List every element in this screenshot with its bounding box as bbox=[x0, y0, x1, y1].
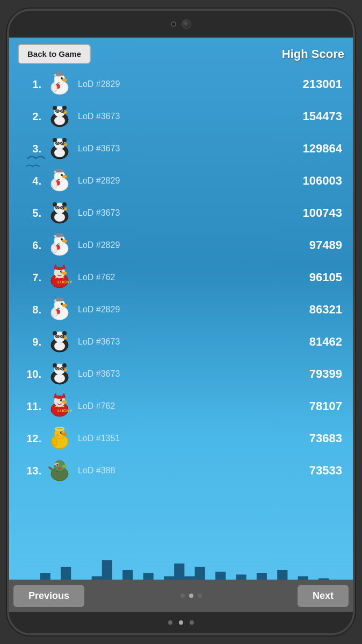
rank-label: 13. bbox=[20, 465, 41, 477]
page-indicators bbox=[180, 594, 202, 598]
page-dot-2 bbox=[189, 594, 193, 598]
svg-point-25 bbox=[62, 138, 67, 142]
score-value: 81462 bbox=[309, 335, 342, 349]
player-name: LoD #2829 bbox=[78, 79, 132, 89]
rank-label: 1. bbox=[20, 78, 41, 91]
duck-avatar bbox=[46, 135, 74, 163]
scores-list: 1. LoD #2829 213001 bbox=[9, 70, 353, 580]
rank-label: 6. bbox=[20, 239, 41, 252]
duck-avatar bbox=[46, 167, 74, 195]
score-value: 78107 bbox=[309, 399, 342, 413]
svg-point-96 bbox=[53, 363, 57, 368]
svg-point-76 bbox=[62, 303, 62, 304]
score-value: 154473 bbox=[303, 109, 342, 123]
back-to-game-button[interactable]: Back to Game bbox=[18, 44, 91, 64]
player-name: LoD #3673 bbox=[78, 337, 132, 347]
bottom-nav-bar: Previous Next bbox=[9, 580, 353, 612]
svg-point-24 bbox=[53, 138, 57, 142]
rank-label: 9. bbox=[20, 336, 41, 348]
notch-area bbox=[9, 11, 353, 38]
svg-point-69 bbox=[62, 272, 67, 275]
svg-point-129 bbox=[57, 465, 58, 466]
svg-point-119 bbox=[61, 432, 62, 433]
svg-point-84 bbox=[53, 331, 57, 335]
svg-point-91 bbox=[57, 336, 58, 337]
svg-rect-6 bbox=[56, 72, 63, 76]
rank-label: 4. bbox=[20, 175, 41, 187]
svg-rect-78 bbox=[56, 298, 63, 301]
page-title: High Score bbox=[282, 47, 344, 61]
svg-point-70 bbox=[60, 270, 62, 273]
svg-point-121 bbox=[56, 434, 59, 437]
svg-rect-60 bbox=[56, 233, 63, 237]
svg-point-43 bbox=[54, 213, 65, 222]
rank-label: 7. bbox=[20, 272, 41, 284]
svg-rect-39 bbox=[56, 169, 63, 172]
duck-avatar bbox=[46, 199, 74, 227]
svg-point-103 bbox=[57, 368, 58, 369]
player-name: LoD #2829 bbox=[78, 240, 132, 250]
svg-point-13 bbox=[62, 106, 67, 110]
rank-label: 12. bbox=[20, 433, 41, 445]
score-value: 79399 bbox=[309, 367, 342, 381]
page-dot-1 bbox=[180, 594, 185, 598]
svg-point-3 bbox=[61, 77, 63, 79]
previous-button[interactable]: Previous bbox=[13, 585, 84, 607]
svg-point-31 bbox=[57, 143, 58, 144]
svg-point-22 bbox=[54, 149, 65, 157]
duck-avatar: LUCKY bbox=[46, 392, 74, 420]
svg-point-20 bbox=[62, 111, 63, 112]
rank-label: 2. bbox=[20, 111, 41, 123]
player-name: LoD #3673 bbox=[78, 144, 132, 153]
svg-point-104 bbox=[62, 368, 63, 369]
rank-label: 11. bbox=[20, 400, 41, 413]
table-row: 11. LUCKY bbox=[20, 392, 342, 420]
table-row: 7. LUCKY bbox=[20, 264, 342, 291]
score-value: 213001 bbox=[303, 77, 342, 91]
svg-point-4 bbox=[62, 78, 62, 78]
speaker-icon bbox=[171, 21, 176, 27]
notch bbox=[133, 14, 229, 34]
score-value: 100743 bbox=[303, 206, 342, 220]
table-row: 9. LoD #3 bbox=[20, 328, 342, 356]
svg-point-113 bbox=[61, 400, 62, 400]
svg-point-36 bbox=[61, 174, 63, 176]
duck-avatar bbox=[46, 328, 74, 356]
svg-point-57 bbox=[61, 238, 63, 240]
duck-avatar bbox=[46, 296, 74, 324]
player-name: LoD #762 bbox=[78, 273, 132, 282]
svg-point-58 bbox=[62, 239, 62, 239]
table-row: 1. LoD #2829 213001 bbox=[20, 70, 342, 98]
svg-point-37 bbox=[62, 174, 62, 175]
score-value: 86321 bbox=[309, 303, 342, 317]
bottom-dot-1 bbox=[168, 620, 172, 625]
player-name: LoD #1351 bbox=[78, 434, 132, 443]
svg-point-46 bbox=[62, 202, 67, 207]
bottom-dot-3 bbox=[190, 620, 194, 625]
phone-bottom bbox=[9, 612, 353, 633]
rank-label: 8. bbox=[20, 304, 41, 316]
svg-point-94 bbox=[54, 374, 65, 383]
next-button[interactable]: Next bbox=[298, 585, 349, 607]
score-value: 129864 bbox=[303, 142, 342, 156]
table-row: 6. LoD #2829 97489 bbox=[20, 231, 342, 259]
header: Back to Game High Score bbox=[9, 38, 353, 70]
duck-avatar bbox=[46, 360, 74, 388]
score-value: 96105 bbox=[309, 270, 342, 284]
table-row: 13. LoD # bbox=[20, 457, 342, 485]
score-value: 106003 bbox=[303, 174, 342, 188]
player-name: LoD #3673 bbox=[78, 369, 132, 379]
svg-point-125 bbox=[62, 465, 67, 468]
svg-point-53 bbox=[62, 207, 63, 208]
rank-label: 5. bbox=[20, 207, 41, 219]
svg-point-97 bbox=[62, 363, 67, 368]
svg-point-75 bbox=[61, 303, 63, 305]
svg-point-12 bbox=[53, 106, 57, 110]
svg-point-118 bbox=[60, 431, 62, 434]
player-name: LoD #762 bbox=[78, 401, 132, 411]
svg-point-32 bbox=[62, 143, 63, 144]
svg-point-92 bbox=[62, 336, 63, 337]
table-row: 4. LoD #2829 106003 bbox=[20, 167, 342, 195]
bottom-dot-2 bbox=[179, 620, 183, 625]
svg-text:LUCKY: LUCKY bbox=[57, 280, 73, 284]
